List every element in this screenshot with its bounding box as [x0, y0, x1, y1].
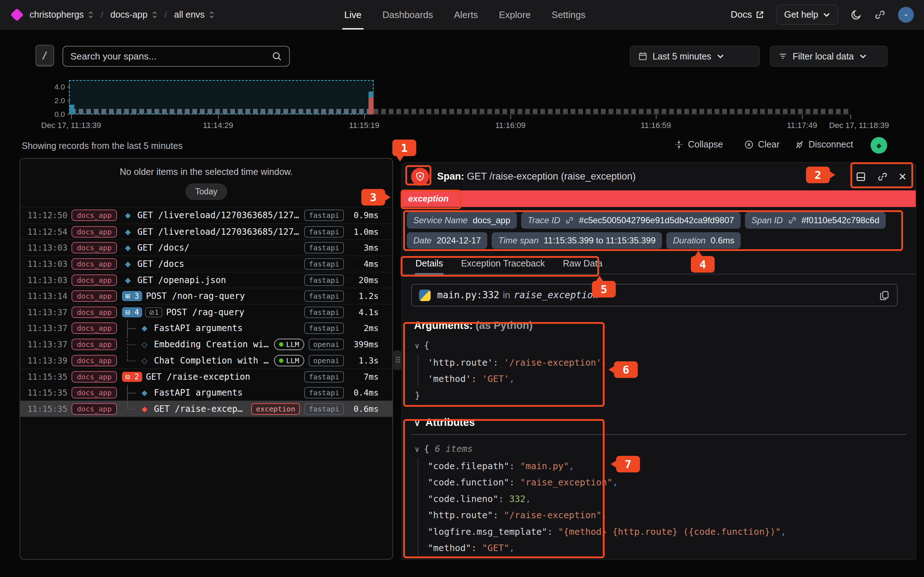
spans-timeline-chart[interactable]: 4.02.00.0Dec 17, 11:13:3911:14:2911:15:1… — [0, 69, 924, 131]
user-avatar[interactable]: - — [898, 7, 914, 23]
share-link-button[interactable] — [874, 9, 886, 21]
tab-raw-data[interactable]: Raw Data — [562, 255, 604, 274]
today-badge[interactable]: Today — [186, 184, 227, 200]
arguments-code-block[interactable]: ∨ {'http.route': '/raise-exception','met… — [415, 337, 916, 403]
org-switcher-chevrons-icon[interactable] — [88, 10, 94, 19]
attributes-heading[interactable]: ∨Attributes — [414, 416, 916, 429]
span-row[interactable]: 11:13:37docs_app◇Embedding Creation wit…… — [20, 337, 393, 353]
metadata-row: Date2024-12-17Time span11:15:35.399 to 1… — [407, 232, 916, 249]
breadcrumb: christophergs / docs-app / all envs — [30, 10, 215, 20]
source-tag: fastapi — [304, 371, 344, 383]
project-switcher[interactable]: docs-app — [110, 10, 148, 20]
span-row[interactable]: 11:15:35docs_app◆GET /raise-exception …e… — [20, 401, 393, 417]
span-row-main: ◆GET /docs/ — [122, 240, 300, 256]
attributes-code-line: "method": "GET", — [418, 540, 916, 556]
copy-link-button[interactable] — [877, 171, 888, 182]
copy-button[interactable] — [879, 290, 890, 301]
span-duration: 399ms — [344, 340, 379, 349]
span-row[interactable]: 11:13:37docs_app◆FastAPI argumentsfastap… — [20, 320, 393, 337]
logfire-logo-icon — [10, 8, 24, 21]
span-row[interactable]: 11:13:37docs_app⊟ 4⊘1POST /rag-queryfast… — [20, 304, 393, 320]
source-tag: fastapi — [304, 226, 344, 238]
source-tag: fastapi — [304, 322, 344, 334]
span-row[interactable]: 11:13:03docs_app◆GET /docsfastapi4ms — [20, 256, 393, 272]
meta-value: #f0110e542c798c6d — [802, 215, 880, 226]
span-duration: 0.6ms — [344, 404, 379, 414]
span-row[interactable]: 11:15:35docs_app⊟ 2GET /raise-exceptionf… — [20, 369, 393, 385]
search-box[interactable] — [63, 46, 290, 67]
org-switcher[interactable]: christophergs — [30, 10, 84, 20]
get-help-button[interactable]: Get help — [776, 5, 838, 24]
tab-exception-traceback[interactable]: Exception Traceback — [460, 255, 545, 274]
span-row[interactable]: 11:13:14docs_app⊞ 3POST /non-rag-queryfa… — [20, 288, 393, 304]
arguments-code-line: 'method': 'GET', — [418, 371, 916, 387]
docs-link[interactable]: Docs — [730, 9, 764, 20]
span-row[interactable]: 11:12:54docs_app◆GET /livereload/1270363… — [20, 224, 393, 240]
filter-local-data-dropdown[interactable]: Filter local data — [770, 46, 888, 67]
x-axis-tickmark — [71, 115, 72, 119]
span-row[interactable]: 11:15:35docs_app◆FastAPI argumentsfastap… — [20, 385, 393, 401]
activity-strip-selected — [71, 109, 373, 114]
arguments-heading-text: Arguments: — [414, 319, 473, 331]
source-tag: fastapi — [304, 290, 344, 302]
span-row-main: ◆FastAPI arguments — [122, 320, 300, 337]
nav-tab-explore[interactable]: Explore — [499, 0, 531, 29]
nav-tab-settings[interactable]: Settings — [551, 0, 585, 29]
nav-tab-alerts[interactable]: Alerts — [454, 0, 478, 29]
span-row[interactable]: 11:12:50docs_app◆GET /livereload/1270363… — [20, 207, 393, 224]
time-range-dropdown[interactable]: Last 5 minutes — [630, 46, 760, 67]
llm-tag: LLM — [274, 338, 304, 350]
code-token: "{method} {http.route} ({code.function})… — [558, 527, 781, 537]
span-row[interactable]: 11:13:03docs_app◆GET /docs/fastapi3ms — [20, 239, 393, 256]
tab-details[interactable]: Details — [415, 255, 444, 274]
attributes-code-line: "code.lineno": 332, — [418, 491, 916, 508]
expand-children-badge[interactable]: ⊞ 3 — [122, 291, 142, 301]
span-name: GET /raise-exception — [146, 372, 250, 382]
disconnect-button[interactable]: Disconnect — [795, 139, 853, 150]
span-row[interactable]: 11:13:39docs_app◇Chat Completion with '…… — [20, 352, 393, 369]
exception-tag: exception — [251, 403, 300, 415]
search-icon — [272, 51, 282, 61]
theme-toggle-button[interactable] — [850, 9, 862, 21]
annotation-tail — [829, 171, 835, 179]
code-token: : — [509, 461, 520, 471]
span-row-main: ◇Chat Completion with '… — [122, 352, 270, 369]
clear-button[interactable]: Clear — [744, 139, 780, 150]
service-name-tag: docs_app — [71, 306, 117, 318]
meta-value: #c5ec5005042796e91d5db42ca9fd9807 — [579, 215, 734, 226]
avatar-text: - — [905, 9, 908, 20]
attributes-code-block[interactable]: ∨ { 6 items"code.filepath": "main.py","c… — [415, 441, 916, 556]
hidden-spans-badge[interactable]: ⊘1 — [145, 307, 162, 318]
span-row-main: ⊞ 3POST /non-rag-query — [122, 288, 300, 304]
span-detail-panel: Span: GET /raise-exception (raise_except… — [401, 162, 916, 560]
detail-tabs: DetailsException TracebackRaw Data — [402, 255, 916, 274]
code-token: , — [781, 527, 786, 537]
collapse-children-badge[interactable]: ⊟ 2 — [122, 372, 142, 382]
collapse-children-badge[interactable]: ⊟ 4 — [122, 307, 142, 318]
nav-tab-dashboards[interactable]: Dashboards — [382, 0, 433, 29]
project-switcher-chevrons-icon[interactable] — [152, 10, 157, 19]
close-panel-button[interactable]: × — [899, 171, 906, 182]
tree-connector — [127, 401, 139, 417]
code-token: ∨ — [415, 342, 424, 350]
span-row-tags: fastapi — [304, 371, 344, 383]
span-timestamp: 11:15:35 — [27, 404, 67, 414]
span-row[interactable]: 11:13:03docs_app◆GET /openapi.jsonfastap… — [20, 272, 393, 288]
nav-tab-live[interactable]: Live — [344, 0, 362, 29]
service-name-tag: docs_app — [71, 355, 117, 366]
live-indicator[interactable]: ◆ — [871, 137, 887, 154]
slash-key-label: / — [42, 50, 48, 61]
panel-resize-grip[interactable]: ⠿ — [393, 351, 401, 370]
span-row-main: ◆FastAPI arguments — [122, 385, 300, 401]
annotation-badge-1: 1 — [393, 140, 416, 156]
collapse-button[interactable]: Collapse — [674, 139, 723, 150]
dock-panel-button[interactable] — [855, 171, 866, 182]
env-switcher-chevrons-icon[interactable] — [209, 10, 215, 19]
span-row-main: ◇Embedding Creation wit… — [122, 337, 270, 353]
span-title-text: GET /raise-exception (raise_exception) — [464, 171, 636, 182]
annotation-badge-6: 6 — [614, 361, 638, 378]
search-input[interactable] — [70, 51, 272, 62]
env-switcher[interactable]: all envs — [174, 10, 205, 20]
span-timestamp: 11:15:35 — [27, 388, 67, 397]
span-row-tags: LLMopenai — [274, 355, 344, 366]
